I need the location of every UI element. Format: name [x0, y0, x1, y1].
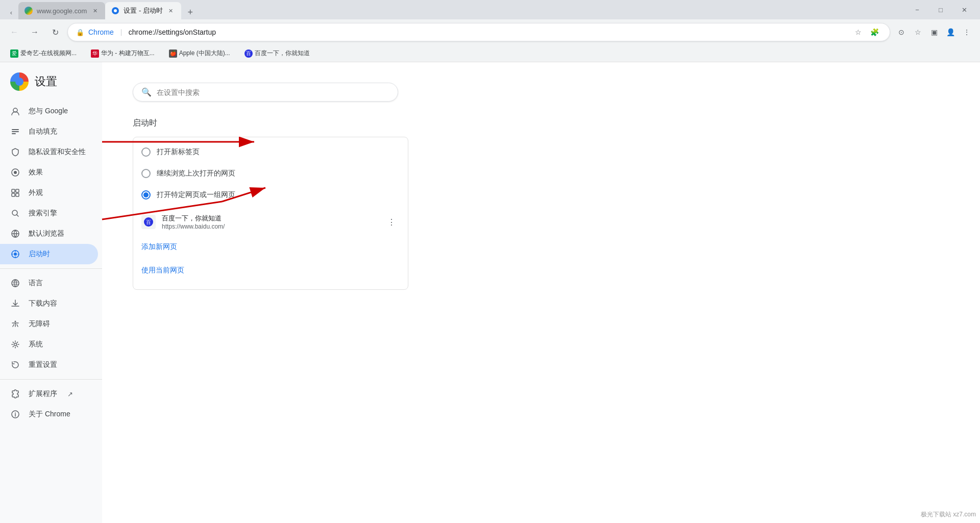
title-bar: ‹ www.google.com ✕ 设置 - 启动时 ✕	[0, 0, 980, 19]
favorites-icon[interactable]: ☆	[911, 25, 925, 39]
profile-icon[interactable]: ⊙	[894, 25, 909, 39]
collections-icon[interactable]: ▣	[927, 25, 941, 39]
accessibility-icon	[10, 319, 20, 329]
sidebar-item-startup[interactable]: 启动时	[0, 244, 98, 264]
svg-point-7	[14, 171, 17, 174]
chrome-label: Chrome	[88, 28, 114, 36]
tab-settings[interactable]: 设置 - 启动时 ✕	[105, 2, 181, 19]
sidebar-divider2	[0, 379, 102, 380]
bookmark-star-icon[interactable]: ☆	[851, 25, 865, 39]
startup-icon	[10, 249, 20, 259]
svg-rect-5	[12, 133, 16, 134]
sidebar-item-google[interactable]: 您与 Google	[0, 101, 98, 121]
appearance-icon	[10, 188, 20, 198]
radio-continue[interactable]	[141, 169, 151, 178]
address-icons: ☆ 🧩	[851, 25, 881, 39]
sidebar-item-autofill[interactable]: 自动填充	[0, 121, 98, 142]
sidebar-item-effect[interactable]: 效果	[0, 162, 98, 183]
bookmarks-bar: 爱 爱奇艺-在线视频网... 华 华为 - 构建万物互... 🍎 Apple (…	[0, 45, 980, 62]
option-continue[interactable]: 继续浏览上次打开的网页	[133, 163, 408, 184]
close-button[interactable]: ✕	[952, 0, 976, 19]
sidebar-item-system[interactable]: 系统	[0, 334, 98, 355]
search-icon: 🔍	[141, 87, 152, 97]
sidebar-label-privacy: 隐私设置和安全性	[29, 147, 86, 157]
sidebar-label-about: 关于 Chrome	[29, 410, 70, 419]
default-browser-icon	[10, 229, 20, 239]
svg-point-1	[114, 9, 117, 12]
about-icon	[10, 409, 20, 419]
back-button[interactable]: ←	[6, 24, 22, 40]
tab-favicon-settings	[111, 7, 119, 15]
tab-close-settings[interactable]: ✕	[167, 7, 175, 15]
sidebar-label-default-browser: 默认浏览器	[29, 229, 64, 238]
reset-icon	[10, 360, 20, 370]
watermark: 极光下载站 xz7.com	[921, 510, 976, 519]
page-favicon-baidu: 百	[141, 215, 156, 229]
bookmark-label-apple: Apple (中国大陆)...	[179, 49, 230, 58]
sidebar-item-appearance[interactable]: 外观	[0, 183, 98, 203]
settings-title: 设置	[35, 74, 57, 89]
address-separator: ｜	[118, 28, 125, 37]
refresh-button[interactable]: ↻	[47, 24, 63, 40]
nav-right: ⊙ ☆ ▣ 👤 ⋮	[894, 25, 974, 39]
radio-specific[interactable]	[141, 190, 151, 200]
tab-close-google[interactable]: ✕	[91, 7, 99, 15]
sidebar-label-reset: 重置设置	[29, 360, 57, 369]
option-specific[interactable]: 打开特定网页或一组网页	[133, 184, 408, 206]
search-bar-container: 🔍	[133, 83, 398, 102]
bookmark-apple[interactable]: 🍎 Apple (中国大陆)...	[165, 47, 234, 60]
extension-icon[interactable]: 🧩	[867, 25, 881, 39]
new-tab-button[interactable]: +	[183, 5, 198, 19]
page-menu-button[interactable]: ⋮	[383, 214, 400, 230]
bookmark-icon-iqiyi: 爱	[10, 49, 18, 58]
minimize-button[interactable]: −	[905, 0, 929, 19]
external-link-icon: ↗	[67, 390, 73, 398]
option-new-tab[interactable]: 打开新标签页	[133, 141, 408, 163]
account-icon[interactable]: 👤	[943, 25, 958, 39]
sidebar-item-about[interactable]: 关于 Chrome	[0, 404, 98, 425]
language-icon	[10, 278, 20, 288]
sidebar-item-extensions[interactable]: 扩展程序 ↗	[0, 384, 98, 404]
lock-icon: 🔒	[76, 29, 84, 36]
bookmark-icon-apple: 🍎	[169, 49, 177, 58]
menu-icon[interactable]: ⋮	[960, 25, 974, 39]
sidebar-label-accessibility: 无障碍	[29, 319, 50, 329]
chrome-logo-icon	[10, 72, 29, 91]
add-page-link[interactable]: 添加新网页	[141, 238, 177, 256]
bookmark-huawei[interactable]: 华 华为 - 构建万物互...	[87, 47, 159, 60]
sidebar-label-autofill: 自动填充	[29, 127, 57, 136]
sidebar-item-default-browser[interactable]: 默认浏览器	[0, 223, 98, 244]
address-bar[interactable]: 🔒 Chrome ｜ chrome://settings/onStartup ☆…	[67, 23, 890, 41]
tab-label-settings: 设置 - 启动时	[124, 6, 163, 15]
use-current-section: 使用当前网页	[141, 260, 400, 281]
search-bar[interactable]: 🔍	[133, 83, 398, 102]
svg-point-18	[14, 343, 17, 346]
sidebar-label-system: 系统	[29, 340, 43, 349]
bookmark-iqiyi[interactable]: 爱 爱奇艺-在线视频网...	[6, 47, 81, 60]
bookmark-baidu[interactable]: 百 百度一下，你就知道	[240, 47, 314, 60]
svg-rect-3	[12, 129, 19, 130]
maximize-button[interactable]: □	[929, 0, 952, 19]
sidebar-item-downloads[interactable]: 下载内容	[0, 293, 98, 314]
radio-new-tab[interactable]	[141, 147, 151, 157]
sidebar-label-downloads: 下载内容	[29, 299, 57, 308]
sidebar-item-reset[interactable]: 重置设置	[0, 355, 98, 375]
search-engine-icon	[10, 208, 20, 218]
tab-google[interactable]: www.google.com ✕	[18, 2, 105, 19]
tab-favicon-google	[24, 7, 33, 15]
downloads-icon	[10, 298, 20, 309]
sidebar-item-privacy[interactable]: 隐私设置和安全性	[0, 142, 98, 162]
forward-button[interactable]: →	[27, 24, 43, 40]
tab-scroll-left[interactable]: ‹	[4, 5, 18, 19]
sidebar-item-accessibility[interactable]: 无障碍	[0, 314, 98, 334]
window-controls: − □ ✕	[905, 0, 976, 19]
effect-icon	[10, 167, 20, 178]
svg-rect-4	[12, 131, 19, 132]
sidebar-item-language[interactable]: 语言	[0, 273, 98, 293]
bookmark-icon-baidu: 百	[244, 49, 253, 58]
use-current-link[interactable]: 使用当前网页	[141, 262, 184, 279]
page-item-baidu: 百 百度一下，你就知道 https://www.baidu.com/ ⋮	[141, 210, 400, 234]
search-input[interactable]	[157, 88, 389, 96]
sidebar-label-language: 语言	[29, 279, 43, 288]
sidebar-item-search[interactable]: 搜索引擎	[0, 203, 98, 223]
